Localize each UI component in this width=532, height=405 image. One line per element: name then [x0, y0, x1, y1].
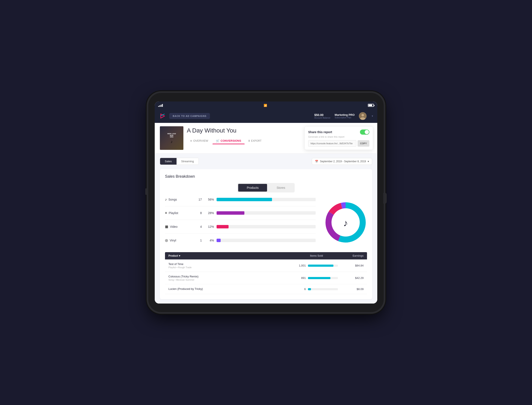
signal-bar-2 — [160, 105, 160, 107]
bar-label-vinyl: ◎ Vinyl — [165, 238, 191, 242]
chart-layout: ♪ Songs 17 56% ≡ Pla — [165, 198, 367, 247]
video-bar-track — [217, 225, 316, 228]
video-count: 4 — [193, 225, 202, 228]
date-picker[interactable]: 📅 September 2, 2019 - September 8, 2019 … — [312, 158, 372, 165]
album-art: WIDE LOUDMORSINS ♪ — [160, 126, 183, 150]
td-earnings-1: $42.29 — [338, 276, 364, 280]
side-button-right — [383, 193, 387, 203]
playlist-label: Playlist — [169, 211, 178, 215]
sort-icon: ▾ — [179, 254, 180, 257]
playlist-pct: 28% — [204, 211, 214, 215]
tab-conversions[interactable]: 🛒 CONVERSIONS — [213, 137, 245, 144]
stores-subtab[interactable]: Stores — [268, 184, 294, 192]
campaign-header: WIDE LOUDMORSINS ♪ A Day Without You OVE… — [155, 123, 377, 154]
product-sub-1: Song • Mexican Summer — [168, 278, 295, 281]
share-title: Share this report — [308, 130, 332, 134]
battery-fill — [368, 104, 372, 106]
product-name-2: Lucien (Produced by Tricky) — [168, 287, 295, 290]
account-info: $50.00 Account Balance Marketing PRO Sub… — [314, 112, 373, 120]
top-nav: BACK TO AD CAMPAIGNS $50.00 Account Bala… — [155, 109, 377, 123]
bar-label-video: ▦ Video — [165, 224, 191, 229]
table-row: Colossus (Tricky Remix) Song • Mexican S… — [165, 272, 367, 284]
table-row: Lucien (Produced by Tricky) 6 $8.09 — [165, 284, 367, 294]
video-bar-fill — [217, 225, 229, 228]
app-logo — [159, 113, 166, 119]
share-url-input[interactable] — [308, 140, 356, 147]
signal-bar-1 — [158, 106, 159, 107]
sub-tabs: Products Stores — [165, 183, 367, 192]
product-name-1: Colossus (Tricky Remix) — [168, 275, 295, 278]
items-count-2: 6 — [295, 288, 306, 291]
calendar-icon: 📅 — [315, 160, 318, 163]
svg-point-3 — [361, 114, 364, 116]
view-tab-group: Sales Streaming — [160, 158, 199, 165]
td-earnings-2: $8.09 — [338, 288, 364, 291]
status-bar: 📶 — [155, 101, 377, 109]
playlist-count: 8 — [193, 211, 202, 215]
battery-icon — [368, 104, 374, 107]
video-icon: ▦ — [165, 224, 168, 229]
td-product-0: Test of Time Playlist • Rough Trade — [168, 263, 295, 269]
bar-chart: ♪ Songs 17 56% ≡ Pla — [165, 198, 316, 247]
date-picker-chevron: ▾ — [368, 160, 369, 163]
wifi-icon: 📶 — [264, 104, 267, 107]
account-chevron-icon[interactable]: ▾ — [372, 115, 373, 117]
status-bar-center: 📶 — [264, 104, 267, 107]
bar-row-playlist: ≡ Playlist 8 28% — [165, 211, 316, 220]
video-label: Video — [170, 225, 178, 228]
share-panel: Share this report Generate a link to sha… — [305, 126, 373, 150]
plan-label: Subscription Plan — [335, 116, 355, 119]
overview-dot — [190, 140, 192, 142]
status-bar-left — [158, 104, 163, 107]
td-items-1: 891 — [295, 276, 338, 280]
bar-row-video: ▦ Video 4 12% — [165, 224, 316, 234]
video-pct: 12% — [204, 225, 214, 228]
copy-button[interactable]: COPY — [358, 140, 369, 147]
tab-overview[interactable]: OVERVIEW — [187, 137, 212, 144]
view-tabs: Sales Streaming 📅 September 2, 2019 - Se… — [160, 158, 372, 165]
plan-block: Marketing PRO Subscription Plan — [335, 113, 355, 119]
share-header: Share this report — [308, 129, 369, 135]
vinyl-pct: 4% — [204, 239, 214, 242]
td-items-0: 1,001 — [295, 264, 338, 267]
breakdown-card: Sales Breakdown Products Stores ♪ — [160, 169, 372, 299]
items-fill-2 — [308, 288, 311, 290]
export-button[interactable]: ⬇ EXPORT — [246, 138, 264, 144]
cart-icon: 🛒 — [216, 139, 219, 142]
share-subtitle: Generate a link to share this report — [308, 135, 369, 138]
user-avatar[interactable] — [359, 112, 366, 120]
device-screen: 📶 BACK TO AD CAMPAIGNS $50.00 — [155, 101, 377, 304]
back-to-campaigns-button[interactable]: BACK TO AD CAMPAIGNS — [169, 113, 210, 119]
content-area: Sales Streaming 📅 September 2, 2019 - Se… — [155, 154, 377, 304]
items-fill-1 — [308, 277, 330, 279]
toggle-knob — [365, 130, 369, 134]
plan-name: Marketing PRO — [335, 113, 355, 116]
breakdown-title: Sales Breakdown — [165, 174, 367, 179]
songs-pct: 56% — [204, 198, 214, 201]
donut-svg: ♪ — [324, 201, 367, 244]
sales-tab[interactable]: Sales — [160, 158, 177, 165]
sub-tab-group: Products Stores — [237, 183, 295, 192]
td-product-2: Lucien (Produced by Tricky) — [168, 287, 295, 291]
side-button-left — [145, 188, 147, 195]
signal-bar-4 — [162, 104, 163, 107]
th-product[interactable]: Product ▾ — [168, 254, 295, 257]
product-name-0: Test of Time — [168, 263, 295, 266]
balance-label: Account Balance — [314, 117, 330, 119]
items-bar-0 — [308, 265, 338, 267]
svg-marker-0 — [161, 114, 165, 118]
balance-block: $50.00 Account Balance — [314, 113, 330, 119]
vinyl-count: 1 — [193, 239, 202, 242]
share-toggle[interactable] — [360, 129, 369, 135]
streaming-tab[interactable]: Streaming — [177, 158, 199, 165]
data-table: Product ▾ Items Sold Earnings Test of Ti… — [165, 252, 367, 294]
vinyl-label: Vinyl — [170, 239, 176, 242]
balance-amount: $50.00 — [314, 113, 330, 117]
signal-bar-3 — [161, 105, 162, 107]
donut-music-note: ♪ — [343, 218, 348, 228]
songs-bar-fill — [217, 198, 272, 201]
items-bar-1 — [308, 277, 338, 279]
download-icon: ⬇ — [248, 139, 250, 142]
items-fill-0 — [308, 265, 333, 267]
products-subtab[interactable]: Products — [238, 184, 267, 192]
